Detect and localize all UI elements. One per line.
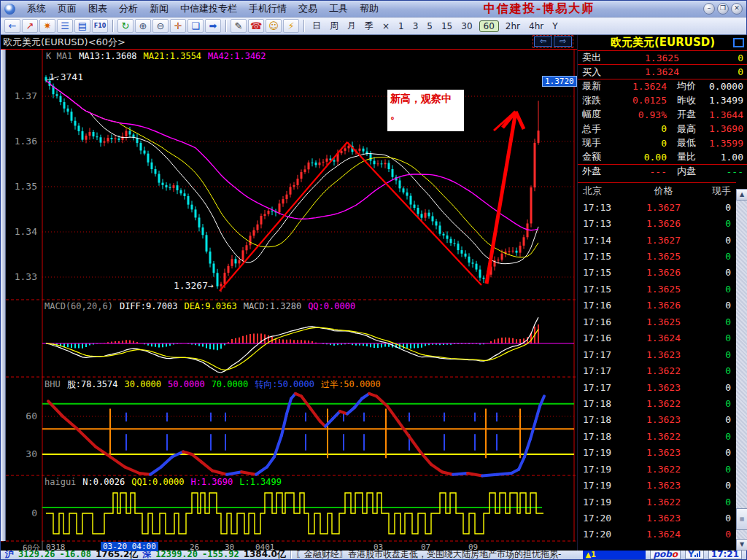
title-bar: 系统页面图表分析新闻中信建投专栏手机行情交易工具帮助 中信建投-博易大师 –❐✕ [1,1,746,18]
community-icon[interactable]: ☺ [266,19,282,33]
tick-row: 17:161.36240 [578,330,736,346]
chart-note-line1: 新高，观察中 [390,90,461,106]
toolbar-divider [225,20,226,32]
scroll-thumb[interactable]: ▦ [736,508,747,530]
indicator-value: haigui [44,477,76,487]
quote-row: 买入1.36240 [578,65,747,79]
menu-交易[interactable]: 交易 [298,2,317,15]
menu-帮助[interactable]: 帮助 [360,2,379,15]
period-15[interactable]: 15 [441,21,452,31]
drag-mode-icon[interactable]: ✛ [170,19,186,33]
left-splitter[interactable] [1,50,6,541]
price-axis-label: 1.36 [1,136,37,147]
price-alert-icon[interactable]: ☎ [248,19,264,33]
window-switch-icon[interactable]: ❏ [187,19,204,33]
zoom-out-icon[interactable]: ⊖ [152,19,169,33]
draw-tool-icon[interactable]: ✎ [231,19,247,33]
chart-canvas[interactable] [1,35,577,551]
back-icon[interactable]: ← [4,19,20,33]
period-Y[interactable]: Y [552,21,557,31]
period-buttons: 日周月季×1351530602hr4hrY [308,20,562,32]
price-axis-label: 1.37 [1,90,37,101]
indicator-value: DEA:9.0363 [184,301,236,311]
time-axis-label: 0401 [255,542,275,552]
tick-row: 17:141.36270 [578,232,736,248]
news-ticker[interactable]: 〖金融财经〗香港股市收盘走低，受围绕大陆房地产市场的担忧拖累- [295,550,578,559]
tick-row: 17:181.36220 [578,428,736,444]
menu-分析[interactable]: 分析 [119,2,138,15]
chart-note[interactable]: 新高，观察中 。 [387,90,464,131]
menu-图表[interactable]: 图表 [88,2,107,15]
minimize-button[interactable]: – [703,3,715,15]
macd-indicator-header: MACD(60,20,6)DIFF:9.7003DEA:9.0363MACD:1… [44,301,362,311]
refresh-icon[interactable]: ↻ [117,19,133,33]
indicator-value: BHU [44,379,61,389]
quote-panel-title: 欧元美元(EURUSD) [578,35,747,51]
indicator-value: 过半:50.0000 [321,379,381,389]
statusbar-divider [290,551,291,559]
tick-row: 17:161.36250 [578,314,736,330]
quote-row: 最新1.3624均价0.0000 [578,79,747,93]
pobo-logo[interactable]: pobo [650,550,681,559]
quote-row: 现手0最低1.3599 [578,136,747,149]
period-季[interactable]: 季 [365,20,374,32]
period-周[interactable]: 周 [330,20,338,32]
scroll-up-button[interactable]: ▲ [736,189,747,201]
scroll-down-button[interactable]: ▼ [736,539,747,551]
menu-工具[interactable]: 工具 [329,2,348,15]
tick-header-time: 北京 [583,184,625,198]
pobo-logo-accent: o [672,549,678,559]
tick-row: 17:191.36230 [578,477,736,493]
period-30[interactable]: 30 [461,21,472,31]
indicator-value: 70.0000 [212,379,249,389]
menu-手机行情[interactable]: 手机行情 [249,2,287,15]
tick-row: 17:181.36230 [578,412,736,428]
panel-maximize-button[interactable] [733,38,744,47]
kline-view-icon[interactable]: ↗ [22,19,38,33]
period-4hr[interactable]: 4hr [529,21,543,31]
sh-label[interactable]: 沪 [5,550,14,559]
analysis-view-icon[interactable]: ✷ [39,19,55,33]
tick-row: 17:201.36230 [578,510,736,526]
period-3[interactable]: 3 [413,21,419,31]
zoom-in-icon[interactable]: ⊕ [135,19,151,33]
period-60[interactable]: 60 [479,20,499,32]
tick-row: 17:131.36270 [578,199,736,215]
quick-trade-icon[interactable]: ⚡ [283,19,299,33]
menu-中信建投专栏[interactable]: 中信建投专栏 [180,2,237,15]
menu-系统[interactable]: 系统 [27,2,46,15]
tick-row: 17:181.36220 [578,395,736,411]
period-日[interactable]: 日 [312,20,321,32]
info-list-view-icon[interactable]: ▤ [74,19,90,33]
period-2hr[interactable]: 2hr [506,21,520,31]
period-×[interactable]: × [382,21,390,31]
quote-list-view-icon[interactable]: ☰ [57,19,73,33]
time-axis-label: 03 [374,542,383,552]
period-1[interactable]: 1 [398,21,404,31]
period-5[interactable]: 5 [427,21,433,31]
time-axis-label: 0318 [46,542,66,552]
next-view-icon[interactable]: ➡ [205,19,221,33]
close-button[interactable]: ✕ [731,3,743,15]
clock: 17:21 [708,550,742,559]
tick-row: 17:151.36250 [578,281,736,297]
tick-row: 17:171.36220 [578,362,736,378]
tick-scrollbar[interactable]: ▲ ▦ ▼ [736,189,747,551]
main-indicator-header: K MA1MA13:1.3608MA21:1.3554MA42:1.3462 [46,51,273,61]
swing-high-label: 1.3741 [49,71,83,82]
restore-button[interactable]: ❐ [717,3,729,15]
haigui-indicator-header: haiguiN:0.0026QQ1:0.0000H:1.3690L:1.3499 [44,477,288,487]
indicator-value: N:0.0026 [82,477,125,487]
tick-row: 17:171.36230 [578,379,736,395]
menu-页面[interactable]: 页面 [58,2,77,15]
menu-新闻[interactable]: 新闻 [150,2,169,15]
f10-info-icon[interactable]: F10 [92,19,108,33]
indicator-value: MACD(60,20,6) [44,301,113,311]
price-axis-label: 1.35 [1,181,37,192]
indicator-value: 股:78.3574 [67,379,118,389]
period-月[interactable]: 月 [347,20,356,32]
price-axis-label: 1.34 [1,226,37,237]
app-icon[interactable] [4,4,15,15]
menu-bar: 系统页面图表分析新闻中信建投专栏手机行情交易工具帮助 [21,2,384,15]
indicator-value: K MA1 [46,51,72,61]
